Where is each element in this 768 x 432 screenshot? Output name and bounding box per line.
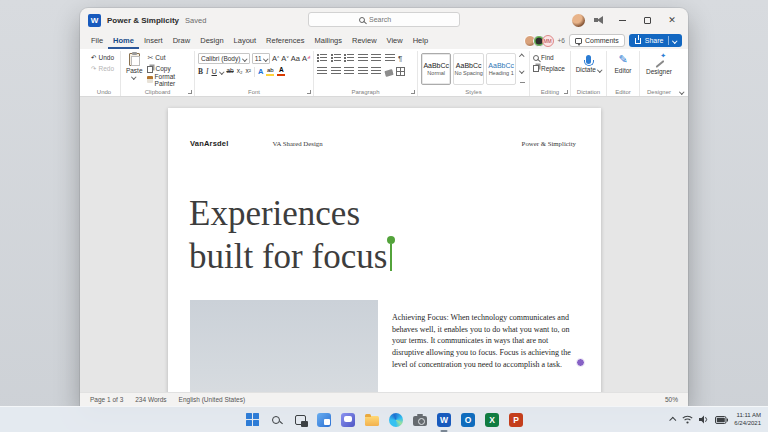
change-case-button[interactable]: Aa [291,55,300,63]
editor-button[interactable]: ✎ Editor [610,52,636,85]
styles-scroll-up[interactable] [520,54,525,59]
font-size-select[interactable]: 11 [252,53,270,64]
share-button[interactable]: Share [629,34,682,47]
tab-insert[interactable]: Insert [139,32,168,49]
tab-references[interactable]: References [261,32,309,49]
sort-button[interactable] [385,54,395,63]
megaphone-icon[interactable] [594,16,605,24]
clear-formatting-button[interactable]: A◢ [302,55,310,63]
align-left-button[interactable] [317,67,327,76]
shrink-font-button[interactable]: A˅ [281,55,288,63]
tab-draw[interactable]: Draw [168,32,196,49]
shading-button[interactable] [384,69,393,77]
tab-design[interactable]: Design [195,32,228,49]
maximize-button[interactable] [639,13,655,27]
style-heading-1[interactable]: AaBbCc Heading 1 [486,53,516,85]
borders-button[interactable] [396,67,405,76]
body-paragraph[interactable]: Achieving Focus: When technology communi… [392,312,580,371]
designer-button[interactable]: Designer [643,52,675,85]
line-spacing-button[interactable] [371,67,381,76]
styles-scroll-down[interactable] [520,68,525,73]
zoom-level[interactable]: 50% [665,396,678,403]
tab-file[interactable]: File [86,32,108,49]
increase-indent-button[interactable] [371,54,381,63]
style-no-spacing[interactable]: AaBbCc No Spacing [453,53,483,85]
tab-help[interactable]: Help [408,32,433,49]
page-indicator[interactable]: Page 1 of 3 [90,396,123,403]
font-dialog-launcher[interactable] [307,90,311,94]
start-button[interactable] [244,412,260,428]
minimize-button[interactable] [614,13,630,27]
collaborator-overflow-count[interactable]: +6 [558,37,565,44]
cut-button[interactable]: ✂ Cut [147,52,191,63]
ribbon-collapse-chevron[interactable] [679,89,684,94]
collaborator-presence-badge[interactable] [576,358,585,367]
tray-overflow-chevron[interactable] [670,417,677,424]
word-app-icon[interactable]: W [88,14,101,27]
format-painter-button[interactable]: Format Painter [147,74,191,85]
tab-layout[interactable]: Layout [229,32,262,49]
document-canvas[interactable]: VanArsdel VA Shared Design Power & Simpl… [80,97,688,392]
styles-more-button[interactable] [520,82,525,83]
tab-view[interactable]: View [382,32,408,49]
tab-mailings[interactable]: Mailings [309,32,347,49]
clipboard-dialog-launcher[interactable] [188,90,192,94]
numbering-button[interactable] [331,54,341,63]
justify-button[interactable] [358,67,368,76]
close-button[interactable]: ✕ [664,13,680,27]
taskbar-search-button[interactable] [268,412,284,428]
align-right-button[interactable] [344,67,354,76]
find-button[interactable]: Find [533,52,567,63]
paste-button[interactable]: Paste [124,52,144,85]
bold-button[interactable]: B [198,68,203,76]
show-formatting-marks-button[interactable]: ¶ [398,55,402,63]
subscript-button[interactable]: x₂ [237,68,243,75]
save-status[interactable]: Saved [185,16,206,25]
word-count[interactable]: 234 Words [135,396,166,403]
tab-review[interactable]: Review [347,32,382,49]
replace-button[interactable]: Replace [533,63,567,74]
dictate-button[interactable]: Dictate [574,52,603,85]
camera-button[interactable] [412,412,428,428]
highlight-button[interactable]: ab [266,67,274,76]
comments-button[interactable]: Comments [569,34,625,47]
grow-font-button[interactable]: A˄ [272,55,279,63]
bullets-button[interactable] [317,54,327,63]
user-avatar[interactable] [572,14,585,27]
chat-button[interactable] [340,412,356,428]
file-explorer-button[interactable] [364,412,380,428]
document-heading[interactable]: Experiences built for focus [189,192,392,278]
collaborator-avatar[interactable]: MM [542,35,554,47]
battery-icon[interactable] [715,416,728,424]
editing-dialog-launcher[interactable] [564,90,568,94]
edge-button[interactable] [388,412,404,428]
style-normal[interactable]: AaBbCc Normal [421,53,451,85]
strikethrough-button[interactable]: ab [226,68,233,75]
superscript-button[interactable]: x² [245,68,250,75]
font-family-select[interactable]: Calibri (Body) [198,53,250,64]
taskbar-clock[interactable]: 11:11 AM 6/24/2021 [734,412,761,427]
multilevel-list-button[interactable] [344,54,354,63]
search-input[interactable] [369,16,409,23]
undo-button[interactable]: ↶ Undo [91,52,117,63]
font-color-button[interactable]: A [277,67,285,77]
text-effects-button[interactable]: A [258,68,263,76]
volume-icon[interactable] [699,415,709,424]
task-view-button[interactable] [292,412,308,428]
document-image[interactable] [190,300,378,392]
tab-home[interactable]: Home [108,32,139,49]
underline-button[interactable]: U [212,68,217,76]
widgets-button[interactable] [316,412,332,428]
language-indicator[interactable]: English (United States) [179,396,245,403]
excel-button[interactable]: X [484,412,500,428]
search-box[interactable] [308,12,460,27]
decrease-indent-button[interactable] [358,54,368,63]
outlook-button[interactable]: O [460,412,476,428]
align-center-button[interactable] [331,67,341,76]
italic-button[interactable]: I [206,68,209,76]
paragraph-dialog-launcher[interactable] [411,90,415,94]
word-taskbar-button[interactable]: W [436,412,452,428]
powerpoint-button[interactable]: P [508,412,524,428]
redo-button[interactable]: ↷ Redo [91,63,117,74]
document-page[interactable]: VanArsdel VA Shared Design Power & Simpl… [168,108,601,392]
